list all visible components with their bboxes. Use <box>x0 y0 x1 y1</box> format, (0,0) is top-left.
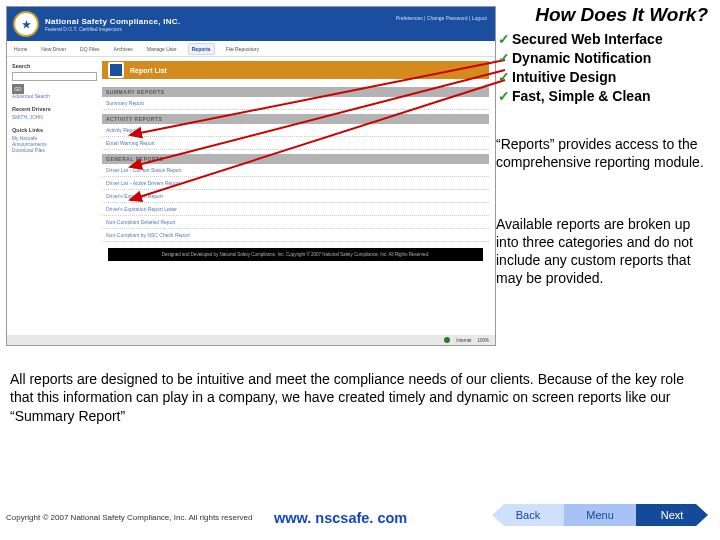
check-icon: ✓ <box>498 87 510 106</box>
report-link[interactable]: Email Warning Report <box>102 137 489 150</box>
report-list-banner: Report List <box>102 61 489 83</box>
report-link[interactable]: Activity Report <box>102 124 489 137</box>
header-links[interactable]: Preferences | Change Password | Logout <box>396 15 487 21</box>
nav-archives[interactable]: Archives <box>111 44 136 54</box>
slide-copyright: Copyright © 2007 National Safety Complia… <box>6 513 252 522</box>
advanced-search-link[interactable]: Advanced Search <box>12 94 97 99</box>
slide-nav: Back Menu Next <box>492 504 708 526</box>
company-tagline: Federal D.O.T. Certified Inspectors <box>45 26 180 32</box>
quick-link-item[interactable]: Announcements <box>12 142 97 147</box>
slide-headline: How Does It Work? <box>535 4 708 26</box>
section-general: GENERAL REPORTS <box>102 154 489 164</box>
bullet-list: ✓Secured Web Interface ✓Dynamic Notifica… <box>498 30 710 106</box>
internet-icon <box>444 337 450 343</box>
browser-status-bar: Internet 100% <box>7 335 495 345</box>
report-link[interactable]: Non-Compliant by NSC Check Report <box>102 229 489 242</box>
status-net: Internet <box>456 338 471 343</box>
bullet-item: Fast, Simple & Clean <box>512 87 650 106</box>
bullet-item: Secured Web Interface <box>512 30 663 49</box>
section-summary: SUMMARY REPORTS <box>102 87 489 97</box>
website-link[interactable]: www. nscsafe. com <box>274 510 407 526</box>
status-zoom: 100% <box>477 338 489 343</box>
bullet-item: Intuitive Design <box>512 68 616 87</box>
nav-new-driver[interactable]: New Driver <box>38 44 69 54</box>
check-icon: ✓ <box>498 49 510 68</box>
search-go-button[interactable]: GO <box>12 84 24 94</box>
app-header: ★ National Safety Compliance, INC. Feder… <box>7 7 495 41</box>
nav-home[interactable]: Home <box>11 44 30 54</box>
bottom-paragraph: All reports are designed to be intuitive… <box>10 370 710 425</box>
nav-reports[interactable]: Reports <box>188 43 215 55</box>
back-button[interactable]: Back <box>492 504 564 526</box>
report-link[interactable]: Driver's Expiration Report Letter <box>102 203 489 216</box>
side-paragraph-2: Available reports are broken up into thr… <box>496 216 712 288</box>
section-activity: ACTIVITY REPORTS <box>102 114 489 124</box>
quick-links-label: Quick Links <box>12 127 97 133</box>
app-screenshot: ★ National Safety Compliance, INC. Feder… <box>6 6 496 346</box>
report-link[interactable]: Non-Compliant Detailed Report <box>102 216 489 229</box>
quick-link-item[interactable]: My Nscsafe <box>12 136 97 141</box>
quick-link-item[interactable]: Download Files <box>12 148 97 153</box>
check-icon: ✓ <box>498 30 510 49</box>
main-content: Report List SUMMARY REPORTS Summary Repo… <box>102 57 495 335</box>
nav-dq-files[interactable]: DQ Files <box>77 44 102 54</box>
sidebar: Search GO Advanced Search Recent Drivers… <box>7 57 102 335</box>
recent-drivers-label: Recent Drivers <box>12 106 97 112</box>
report-link[interactable]: Driver's Expiration Report <box>102 190 489 203</box>
report-link[interactable]: Summary Report <box>102 97 489 110</box>
search-input[interactable] <box>12 72 97 81</box>
nav-manage-user[interactable]: Manage User <box>144 44 180 54</box>
company-name: National Safety Compliance, INC. <box>45 17 180 26</box>
bullet-item: Dynamic Notification <box>512 49 651 68</box>
recent-driver-item[interactable]: SMITH, JOHN <box>12 115 97 120</box>
menu-button[interactable]: Menu <box>564 504 636 526</box>
sidebar-search-label: Search <box>12 63 97 69</box>
report-link[interactable]: Driver List - Active Drivers Report <box>102 177 489 190</box>
report-link[interactable]: Driver List - Current Status Report <box>102 164 489 177</box>
report-list-title: Report List <box>130 67 167 74</box>
next-button[interactable]: Next <box>636 504 708 526</box>
check-icon: ✓ <box>498 68 510 87</box>
side-paragraph-1: “Reports” provides access to the compreh… <box>496 136 712 172</box>
report-icon <box>108 62 124 78</box>
main-nav: Home New Driver DQ Files Archives Manage… <box>7 41 495 57</box>
app-footer: Designed and Developed by National Safet… <box>108 248 483 261</box>
company-seal-icon: ★ <box>13 11 39 37</box>
nav-file-repository[interactable]: File Repository <box>223 44 262 54</box>
